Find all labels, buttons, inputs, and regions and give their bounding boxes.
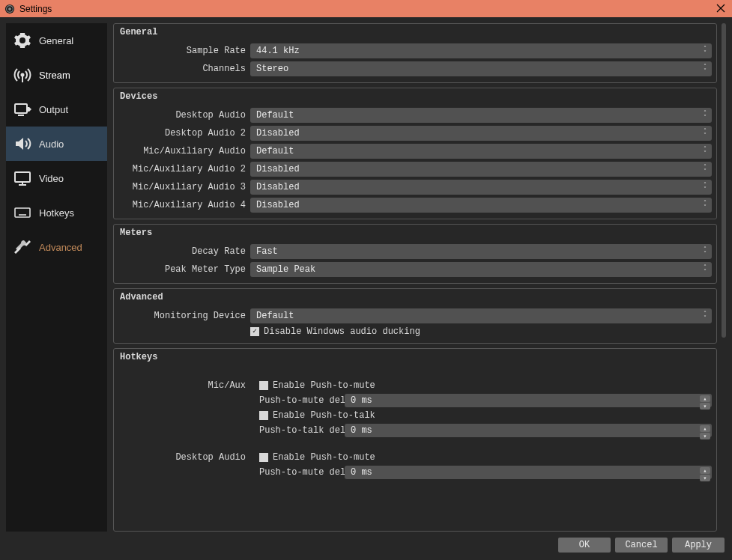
settings-sidebar: General Stream Output Audio bbox=[6, 23, 107, 532]
label-mic-aux: Mic/Auxiliary Audio bbox=[118, 146, 246, 156]
chevron-updown-icon: ˄˅ bbox=[701, 43, 709, 58]
spin-mic-push-to-talk-delay[interactable]: 0 ms ▴▾ bbox=[345, 424, 712, 437]
label-push-to-talk-delay: Push-to-talk delay bbox=[259, 425, 340, 436]
chevron-updown-icon: ˄˅ bbox=[701, 180, 709, 195]
combo-value: Default bbox=[256, 110, 294, 121]
chevron-updown-icon: ˄˅ bbox=[701, 244, 709, 259]
svg-rect-7 bbox=[15, 172, 30, 182]
combo-value: Fast bbox=[256, 246, 278, 257]
label-push-to-mute-delay: Push-to-mute delay bbox=[259, 395, 340, 406]
label-mic-aux-2: Mic/Auxiliary Audio 2 bbox=[118, 164, 246, 174]
label-desktop-audio: Desktop Audio bbox=[118, 110, 246, 121]
close-icon[interactable] bbox=[714, 1, 728, 15]
checkbox-label: Disable Windows audio ducking bbox=[264, 326, 420, 337]
label-monitoring-device: Monitoring Device bbox=[118, 311, 246, 321]
scrollbar-thumb[interactable] bbox=[722, 23, 726, 338]
chevron-updown-icon: ˄˅ bbox=[701, 262, 709, 277]
sidebar-item-label: Output bbox=[39, 104, 68, 115]
combo-channels[interactable]: Stereo ˄˅ bbox=[250, 61, 712, 76]
label-push-to-mute-delay: Push-to-mute delay bbox=[259, 467, 340, 478]
combo-value: Disabled bbox=[256, 164, 300, 174]
keyboard-icon bbox=[13, 204, 31, 222]
chevron-updown-icon: ˄˅ bbox=[701, 61, 709, 76]
sidebar-item-video[interactable]: Video bbox=[6, 161, 107, 195]
spin-value: 0 bbox=[351, 425, 356, 436]
spin-value: 0 bbox=[351, 395, 356, 406]
combo-mic-aux-4[interactable]: Disabled ˄˅ bbox=[250, 198, 712, 213]
label-desktop-audio-hotkeys: Desktop Audio bbox=[118, 452, 246, 463]
combo-decay-rate[interactable]: Fast ˄˅ bbox=[250, 244, 712, 259]
chevron-updown-icon: ˄˅ bbox=[701, 198, 709, 213]
group-title: Devices bbox=[114, 88, 716, 105]
group-devices: Devices Desktop Audio Default ˄˅ Desktop… bbox=[113, 88, 717, 219]
spin-mic-push-to-mute-delay[interactable]: 0 ms ▴▾ bbox=[345, 394, 712, 407]
output-icon bbox=[13, 100, 31, 118]
combo-sample-rate[interactable]: 44.1 kHz ˄˅ bbox=[250, 43, 712, 58]
checkbox-label: Enable Push-to-talk bbox=[273, 410, 375, 421]
sidebar-item-stream[interactable]: Stream bbox=[6, 58, 107, 92]
label-channels: Channels bbox=[118, 64, 246, 74]
combo-value: 44.1 kHz bbox=[256, 46, 300, 56]
spin-unit: ms bbox=[361, 425, 372, 436]
checkbox-label: Enable Push-to-mute bbox=[273, 380, 375, 391]
chevron-up-icon[interactable]: ▴ bbox=[700, 395, 710, 402]
combo-value: Disabled bbox=[256, 128, 300, 139]
combo-mic-aux[interactable]: Default ˄˅ bbox=[250, 144, 712, 159]
combo-peak-meter[interactable]: Sample Peak ˄˅ bbox=[250, 262, 712, 277]
sidebar-item-audio[interactable]: Audio bbox=[6, 127, 107, 161]
checkbox-mic-push-to-talk[interactable] bbox=[259, 411, 268, 420]
obs-logo-icon bbox=[4, 4, 15, 14]
chevron-updown-icon: ˄˅ bbox=[701, 108, 709, 123]
group-title: General bbox=[114, 24, 716, 40]
checkbox-mic-push-to-mute[interactable] bbox=[259, 381, 268, 390]
combo-desktop-audio-2[interactable]: Disabled ˄˅ bbox=[250, 126, 712, 141]
chevron-up-icon[interactable]: ▴ bbox=[700, 425, 710, 432]
label-decay-rate: Decay Rate bbox=[118, 246, 246, 257]
group-general: General Sample Rate 44.1 kHz ˄˅ Channels bbox=[113, 23, 717, 83]
combo-mic-aux-3[interactable]: Disabled ˄˅ bbox=[250, 180, 712, 195]
combo-value: Default bbox=[256, 311, 294, 321]
checkbox-disable-ducking[interactable] bbox=[250, 327, 259, 336]
combo-value: Disabled bbox=[256, 200, 300, 210]
label-desktop-audio-2: Desktop Audio 2 bbox=[118, 128, 246, 139]
speaker-icon bbox=[13, 135, 31, 153]
chevron-down-icon[interactable]: ▾ bbox=[700, 475, 710, 481]
sidebar-item-general[interactable]: General bbox=[6, 23, 107, 58]
chevron-updown-icon: ˄˅ bbox=[701, 162, 709, 177]
group-title: Advanced bbox=[114, 289, 716, 305]
chevron-down-icon[interactable]: ▾ bbox=[700, 403, 710, 410]
sidebar-item-hotkeys[interactable]: Hotkeys bbox=[6, 195, 107, 230]
combo-value: Sample Peak bbox=[256, 264, 315, 275]
checkbox-label: Enable Push-to-mute bbox=[273, 452, 375, 463]
checkbox-desktop-push-to-mute[interactable] bbox=[259, 453, 268, 462]
combo-desktop-audio[interactable]: Default ˄˅ bbox=[250, 108, 712, 123]
antenna-icon bbox=[13, 66, 31, 84]
label-mic-aux-4: Mic/Auxiliary Audio 4 bbox=[118, 200, 246, 210]
settings-content: General Sample Rate 44.1 kHz ˄˅ Channels bbox=[113, 23, 726, 532]
chevron-updown-icon: ˄˅ bbox=[701, 144, 709, 159]
label-mic-aux-hotkeys: Mic/Aux bbox=[118, 380, 246, 391]
chevron-updown-icon: ˄˅ bbox=[701, 126, 709, 141]
sidebar-item-label: General bbox=[39, 35, 73, 46]
sidebar-item-output[interactable]: Output bbox=[6, 92, 107, 127]
group-meters: Meters Decay Rate Fast ˄˅ Peak Meter Typ… bbox=[113, 224, 717, 284]
combo-value: Stereo bbox=[256, 64, 288, 74]
sidebar-item-advanced[interactable]: Advanced bbox=[6, 230, 107, 264]
spin-desktop-push-to-mute-delay[interactable]: 0 ms ▴▾ bbox=[345, 466, 712, 479]
gear-icon bbox=[13, 31, 31, 49]
ok-button[interactable]: OK bbox=[558, 538, 611, 553]
chevron-down-icon[interactable]: ▾ bbox=[700, 433, 710, 439]
cancel-button[interactable]: Cancel bbox=[615, 538, 668, 553]
svg-point-2 bbox=[8, 7, 11, 10]
combo-mic-aux-2[interactable]: Disabled ˄˅ bbox=[250, 162, 712, 177]
combo-monitoring-device[interactable]: Default ˄˅ bbox=[250, 308, 712, 323]
chevron-up-icon[interactable]: ▴ bbox=[700, 467, 710, 474]
dialog-buttons: OK Cancel Apply bbox=[6, 538, 726, 554]
content-scrollbar[interactable] bbox=[722, 23, 726, 532]
svg-rect-5 bbox=[15, 104, 27, 113]
spin-unit: ms bbox=[361, 395, 372, 406]
combo-value: Disabled bbox=[256, 182, 300, 192]
group-hotkeys: Hotkeys Mic/Aux Enable Push-to-mute bbox=[113, 348, 717, 532]
combo-value: Default bbox=[256, 146, 294, 156]
apply-button[interactable]: Apply bbox=[672, 538, 725, 553]
